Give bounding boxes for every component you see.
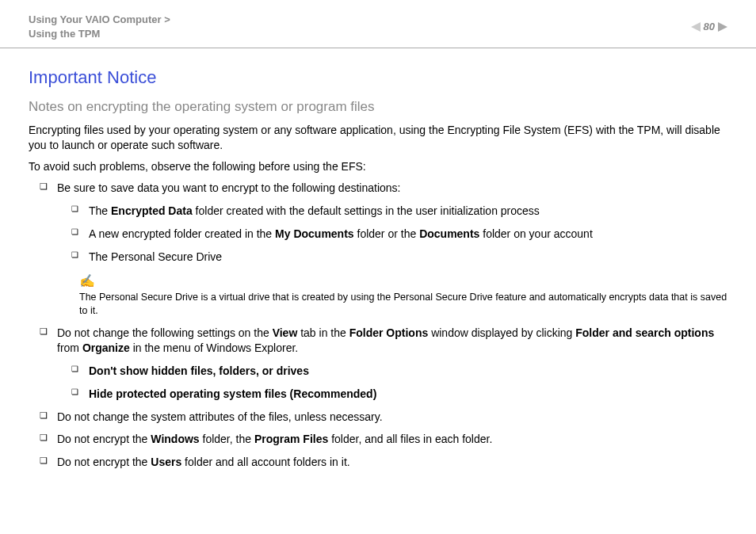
bold-term: Don't show hidden files, folders, or dri… (89, 364, 309, 377)
page-number: 80 (704, 21, 715, 32)
paragraph-intro: Encrypting files used by your operating … (29, 123, 727, 153)
prev-page-icon[interactable] (691, 22, 701, 32)
list-item: Do not encrypt the Users folder and all … (40, 455, 727, 470)
text-fragment: folder created with the default settings… (193, 204, 540, 217)
note-icon: ✍ (79, 273, 727, 290)
list-item: Hide protected operating system files (R… (71, 387, 727, 402)
text-fragment: tab in the (297, 326, 349, 339)
list-item: Be sure to save data you want to encrypt… (40, 181, 727, 318)
text-fragment: Do not encrypt the (57, 433, 151, 445)
list-item-text: Be sure to save data you want to encrypt… (57, 181, 400, 194)
breadcrumb-line-1[interactable]: Using Your VAIO Computer > (29, 13, 170, 27)
text-fragment: folder and all account folders in it. (181, 456, 349, 468)
note-text: The Personal Secure Drive is a virtual d… (79, 292, 727, 316)
bold-term: Encrypted Data (111, 204, 193, 217)
text-fragment: folder, and all files in each folder. (328, 433, 492, 445)
bullet-list: Be sure to save data you want to encrypt… (29, 181, 727, 470)
page-title: Important Notice (29, 67, 727, 88)
list-item: Do not change the system attributes of t… (40, 410, 727, 425)
list-item: Do not encrypt the Windows folder, the P… (40, 432, 727, 447)
sub-list: The Encrypted Data folder created with t… (57, 204, 727, 265)
list-item-text: The Personal Secure Drive (89, 250, 222, 263)
bold-term: My Documents (275, 227, 354, 240)
page-content: Important Notice Notes on encrypting the… (0, 48, 756, 470)
bold-term: Documents (419, 227, 479, 240)
text-fragment: in the menu of Windows Explorer. (130, 341, 298, 354)
bold-term: View (273, 326, 298, 339)
bold-term: Users (151, 456, 181, 468)
text-fragment: A new encrypted folder created in the (89, 227, 275, 240)
text-fragment: Do not encrypt the (57, 456, 151, 468)
next-page-icon[interactable] (718, 22, 727, 32)
bold-term: Program Files (254, 433, 328, 445)
note-block: ✍ The Personal Secure Drive is a virtual… (79, 273, 727, 318)
text-fragment: Do not change the following settings on … (57, 326, 273, 339)
bold-term: Organize (82, 341, 130, 354)
list-item-text: Do not change the system attributes of t… (57, 410, 383, 423)
sub-list: Don't show hidden files, folders, or dri… (57, 364, 727, 402)
section-subtitle: Notes on encrypting the operating system… (29, 99, 727, 115)
bold-term: Windows (151, 433, 199, 445)
paragraph-lead: To avoid such problems, observe the foll… (29, 159, 727, 174)
breadcrumb-line-2[interactable]: Using the TPM (29, 27, 170, 41)
bold-term: Hide protected operating system files (R… (89, 387, 376, 400)
list-item: The Personal Secure Drive (71, 250, 727, 265)
list-item: Don't show hidden files, folders, or dri… (71, 364, 727, 379)
text-fragment: window displayed by clicking (428, 326, 575, 339)
text-fragment: The (89, 204, 111, 217)
list-item: The Encrypted Data folder created with t… (71, 204, 727, 219)
breadcrumb: Using Your VAIO Computer > Using the TPM (29, 13, 170, 41)
text-fragment: from (57, 341, 82, 354)
page-header: Using Your VAIO Computer > Using the TPM… (0, 0, 756, 48)
list-item: A new encrypted folder created in the My… (71, 227, 727, 242)
text-fragment: folder on your account (479, 227, 592, 240)
bold-term: Folder Options (349, 326, 429, 339)
bold-term: Folder and search options (575, 326, 714, 339)
page-navigation: 80 (691, 21, 727, 32)
list-item: Do not change the following settings on … (40, 326, 727, 402)
text-fragment: folder or the (354, 227, 420, 240)
text-fragment: folder, the (200, 433, 254, 445)
